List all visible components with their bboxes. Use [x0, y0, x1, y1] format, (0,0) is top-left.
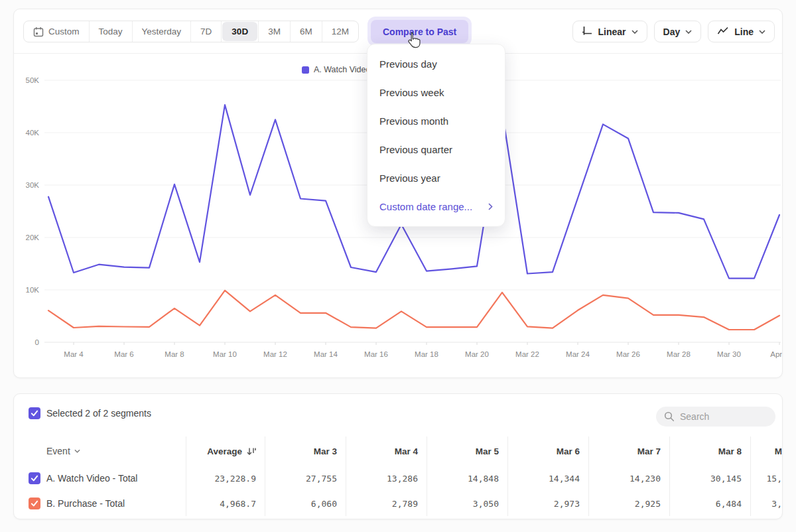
average-cell: 4,968.7 [186, 491, 265, 516]
svg-text:10K: 10K [26, 286, 40, 294]
menu-item-previous-quarter[interactable]: Previous quarter [367, 135, 505, 164]
svg-text:Mar 4: Mar 4 [64, 350, 84, 358]
range-button-today[interactable]: Today [90, 21, 133, 42]
svg-text:50K: 50K [26, 76, 40, 84]
menu-item-custom-date-range[interactable]: Custom date range... [367, 192, 505, 221]
linear-axis-icon [582, 26, 593, 38]
x-axis-ticks [74, 342, 779, 345]
column-header-mar-5[interactable]: Mar 5 [427, 436, 508, 466]
calendar-icon [33, 27, 44, 37]
scale-dropdown-button[interactable]: Linear [572, 21, 647, 42]
table-row: B. Purchase - Total4,968.76,0602,7893,05… [14, 491, 782, 516]
scale-dropdown-label: Linear [598, 27, 626, 37]
svg-text:20K: 20K [26, 233, 40, 241]
segments-summary: Selected 2 of 2 segments [29, 407, 151, 419]
compare-to-past-menu: Previous dayPrevious weekPrevious monthP… [367, 44, 505, 227]
segments-panel: Selected 2 of 2 segments Event Average [13, 393, 783, 519]
series-line-b-purchase-total [48, 291, 779, 330]
range-button-label: 6M [300, 27, 312, 36]
range-button-yesterday[interactable]: Yesterday [133, 21, 192, 42]
line-chart-icon [717, 26, 729, 37]
search-input[interactable] [680, 411, 767, 422]
column-header-mar-6[interactable]: Mar 6 [508, 436, 589, 466]
column-header-mar-3[interactable]: Mar 3 [265, 436, 346, 466]
value-cell: 14,230 [589, 466, 670, 491]
granularity-dropdown-button[interactable]: Day [654, 21, 702, 42]
chart-type-dropdown-button[interactable]: Line [708, 21, 775, 42]
event-label: B. Purchase - Total [46, 498, 125, 509]
range-button-label: 30D [232, 27, 248, 36]
value-cell: 3,050 [427, 491, 508, 516]
range-button-label: 12M [332, 27, 349, 36]
value-cell-clipped: 3, [751, 491, 782, 516]
column-header-mar-4[interactable]: Mar 4 [346, 436, 427, 466]
compare-to-past-button[interactable]: Compare to Past [371, 20, 468, 43]
value-cell: 6,060 [265, 491, 346, 516]
event-header-label: Event [46, 446, 70, 456]
segment-checkbox[interactable] [29, 498, 40, 509]
menu-item-previous-month[interactable]: Previous month [367, 107, 505, 135]
svg-text:Mar 24: Mar 24 [566, 350, 590, 358]
chevron-right-icon [488, 203, 493, 210]
svg-text:Mar 18: Mar 18 [415, 350, 438, 358]
value-cell-clipped: 15, [751, 466, 782, 491]
svg-text:Mar 8: Mar 8 [165, 350, 184, 358]
value-cell: 30,145 [670, 466, 751, 491]
event-label: A. Watch Video - Total [46, 473, 137, 484]
menu-item-previous-year[interactable]: Previous year [367, 164, 505, 192]
range-button-custom[interactable]: Custom [24, 21, 90, 42]
chart-type-dropdown-label: Line [734, 27, 754, 37]
value-cell: 14,848 [427, 466, 508, 491]
svg-text:0: 0 [35, 338, 39, 346]
svg-text:Mar 16: Mar 16 [364, 350, 388, 358]
menu-item-previous-week[interactable]: Previous week [367, 78, 505, 107]
event-cell: A. Watch Video - Total [14, 466, 186, 491]
column-header-mar-8[interactable]: Mar 8 [670, 436, 751, 466]
value-cell: 13,286 [346, 466, 427, 491]
range-button-30d[interactable]: 30D [222, 22, 257, 41]
chart-options-group: Linear Day Line [572, 21, 775, 42]
value-cell: 2,925 [589, 491, 670, 516]
custom-date-range-label: Custom date range... [379, 201, 472, 212]
svg-text:Mar 6: Mar 6 [114, 350, 133, 358]
range-button-12m[interactable]: 12M [322, 21, 358, 42]
svg-text:40K: 40K [26, 129, 40, 137]
column-header-event[interactable]: Event [14, 436, 186, 466]
search-box[interactable] [656, 407, 775, 427]
granularity-dropdown-label: Day [663, 27, 681, 37]
select-all-checkbox[interactable] [29, 407, 40, 419]
table-row: A. Watch Video - Total23,228.927,75513,2… [14, 466, 782, 491]
range-button-label: 3M [268, 27, 281, 36]
segments-summary-label: Selected 2 of 2 segments [46, 408, 151, 419]
svg-text:Apr 1: Apr 1 [770, 350, 782, 358]
svg-text:Mar 26: Mar 26 [616, 350, 640, 358]
range-button-6m[interactable]: 6M [291, 21, 322, 42]
range-button-label: Custom [48, 27, 80, 36]
range-button-label: Today [99, 27, 123, 36]
svg-text:Mar 22: Mar 22 [515, 350, 539, 358]
range-button-3m[interactable]: 3M [258, 21, 291, 42]
range-button-7d[interactable]: 7D [191, 21, 222, 42]
chevron-down-icon [74, 449, 80, 453]
value-cell: 14,344 [508, 466, 589, 491]
event-cell: B. Purchase - Total [14, 491, 186, 516]
svg-text:Mar 28: Mar 28 [667, 350, 691, 358]
value-cell: 6,484 [670, 491, 751, 516]
segments-table: Event Average Mar 3Mar 4Mar 5Mar 6Mar 7 [14, 436, 782, 516]
average-header-label: Average [207, 446, 242, 456]
value-cell: 2,973 [508, 491, 589, 516]
segment-checkbox[interactable] [29, 472, 40, 484]
chevron-down-icon [685, 30, 692, 34]
value-cell: 27,755 [265, 466, 346, 491]
search-icon [664, 411, 675, 422]
svg-text:Mar 12: Mar 12 [263, 350, 287, 358]
y-axis-labels: 010K20K30K40K50K [26, 76, 40, 346]
column-header-mar-7[interactable]: Mar 7 [589, 436, 670, 466]
date-range-group: CustomTodayYesterday7D30D3M6M12M [23, 21, 359, 42]
range-button-label: Yesterday [142, 27, 182, 36]
column-header-average[interactable]: Average [186, 436, 265, 466]
svg-text:Mar 14: Mar 14 [314, 350, 338, 358]
menu-item-previous-day[interactable]: Previous day [367, 50, 505, 78]
compare-to-past-focus-ring: Compare to Past [367, 17, 472, 46]
x-axis-labels: Mar 4Mar 6Mar 8Mar 10Mar 12Mar 14Mar 16M… [64, 350, 782, 358]
